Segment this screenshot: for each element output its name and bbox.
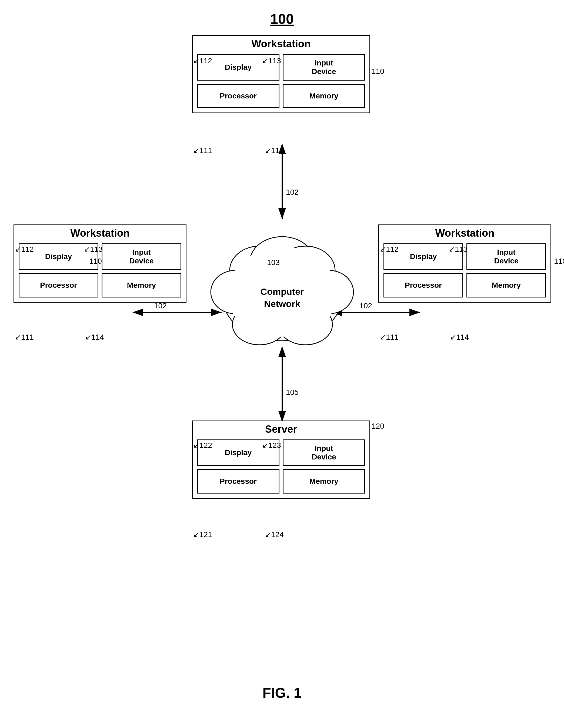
svg-point-22 [217, 275, 260, 312]
svg-text:103: 103 [267, 258, 280, 267]
svg-text:Computer: Computer [261, 286, 304, 297]
ws-left-input-device: InputDevice [102, 243, 181, 270]
ws-right-ref-bl: ↙111 [380, 333, 399, 342]
workstation-right: Workstation Display InputDevice Processo… [378, 224, 551, 303]
svg-point-23 [305, 275, 347, 312]
ws-left-memory: Memory [102, 273, 181, 297]
svg-point-18 [228, 258, 336, 337]
ws-left-ref-br: ↙114 [85, 333, 104, 342]
svg-text:105: 105 [286, 388, 298, 396]
ws-right-memory: Memory [466, 273, 546, 297]
server-ref-tr: ↙123 [262, 441, 281, 450]
diagram-label: 100 [270, 11, 294, 27]
workstation-top-title: Workstation [193, 36, 369, 51]
server-ref-outer: 120 [371, 422, 384, 431]
server-ref-bl: ↙121 [193, 530, 212, 539]
ws-top-ref-outer: 110 [371, 67, 384, 76]
fig-label: FIG. 1 [263, 685, 301, 701]
ws-left-ref-tr: ↙113 [84, 245, 103, 254]
svg-text:102: 102 [359, 302, 372, 310]
svg-text:102: 102 [286, 188, 298, 196]
ws-right-processor: Processor [383, 273, 463, 297]
svg-point-14 [211, 270, 260, 314]
ws-top-input-device: InputDevice [283, 54, 365, 81]
computer-network-cloud: Computer Network 103 [211, 237, 353, 345]
ws-top-ref-tl: ↙112 [193, 56, 212, 65]
ws-top-memory: Memory [283, 84, 365, 108]
svg-point-21 [280, 255, 331, 297]
server-input-device: InputDevice [283, 439, 365, 466]
ws-top-ref-tr: ↙113 [262, 56, 281, 65]
ws-left-ref-outer: 110 [89, 257, 102, 266]
ws-top-processor: Processor [197, 84, 280, 108]
workstation-top: Workstation Display InputDevice Processo… [192, 35, 370, 113]
svg-text:102: 102 [154, 302, 167, 310]
svg-point-17 [279, 304, 332, 345]
svg-point-19 [234, 255, 285, 297]
server-bottom: Server Display InputDevice Processor Mem… [192, 421, 370, 499]
svg-point-10 [223, 254, 341, 341]
server-title: Server [193, 421, 369, 436]
ws-right-input-device: InputDevice [466, 243, 546, 270]
workstation-right-title: Workstation [379, 225, 550, 240]
server-ref-tl: ↙122 [193, 441, 212, 450]
workstation-left-title: Workstation [14, 225, 186, 240]
svg-point-25 [282, 304, 329, 338]
ws-right-ref-outer: 110 [554, 257, 564, 266]
server-memory: Memory [283, 469, 365, 494]
diagram: 100 102 102 102 105 [0, 0, 564, 728]
svg-text:Network: Network [264, 299, 300, 309]
svg-point-13 [276, 246, 335, 295]
ws-left-processor: Processor [19, 273, 98, 297]
ws-right-ref-tl: ↙112 [380, 245, 399, 254]
server-processor: Processor [197, 469, 280, 494]
svg-point-11 [230, 246, 289, 295]
server-ref-br: ↙124 [265, 530, 284, 539]
ws-left-ref-tl: ↙112 [15, 245, 34, 254]
ws-top-ref-br: ↙114 [265, 146, 284, 155]
svg-point-24 [236, 304, 283, 338]
ws-left-ref-bl: ↙111 [15, 333, 34, 342]
ws-right-ref-br: ↙114 [450, 333, 469, 342]
ws-right-ref-tr: ↙113 [449, 245, 467, 254]
svg-point-15 [305, 270, 353, 314]
svg-point-16 [233, 304, 286, 345]
svg-point-12 [250, 237, 314, 288]
ws-top-ref-bl: ↙111 [193, 146, 212, 155]
svg-point-20 [253, 246, 311, 290]
